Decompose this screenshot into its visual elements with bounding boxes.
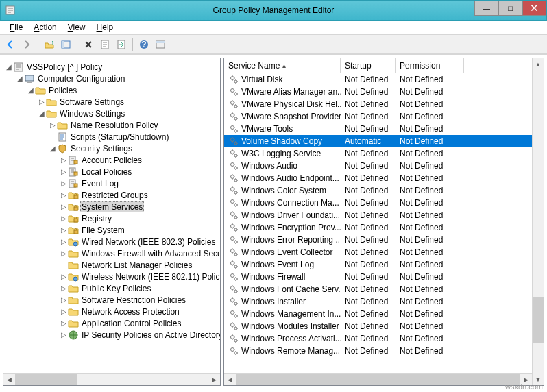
scroll-left-icon[interactable]: ◀	[224, 374, 236, 385]
expand-icon[interactable]: ▷	[60, 203, 68, 210]
list-row[interactable]: Virtual DiskNot DefinedNot Defined	[224, 73, 544, 86]
scroll-thumb[interactable]	[533, 297, 544, 343]
tree-node[interactable]: ▷System Services	[5, 201, 220, 212]
tree-node[interactable]: Network List Manager Policies	[5, 259, 220, 271]
tree-node[interactable]: ▷Local Policies	[5, 166, 220, 177]
tree-node[interactable]: ▷Software Restriction Policies	[5, 294, 220, 306]
tree-node[interactable]: ◢Computer Configuration	[5, 73, 220, 84]
list-row[interactable]: Windows Remote Manag...Not DefinedNot De…	[224, 345, 544, 357]
expand-icon[interactable]: ▷	[60, 168, 68, 175]
column-header[interactable]: Permission	[396, 58, 464, 73]
scroll-thumb[interactable]	[15, 374, 77, 385]
menu-view[interactable]: View	[62, 21, 91, 34]
collapse-icon[interactable]: ◢	[38, 110, 46, 117]
expand-icon[interactable]: ▷	[60, 180, 68, 187]
expand-icon[interactable]: ▷	[60, 273, 68, 280]
scroll-right-icon[interactable]: ▶	[208, 374, 220, 385]
tree-node[interactable]: ▷Windows Firewall with Advanced Security	[5, 247, 220, 259]
tree-node[interactable]: ◢Policies	[5, 84, 220, 96]
list-hscroll[interactable]: ◀ ▶	[224, 373, 532, 385]
expand-icon[interactable]: ▷	[60, 191, 68, 199]
menu-help[interactable]: Help	[91, 21, 119, 34]
forward-button[interactable]	[19, 37, 34, 52]
list-row[interactable]: Windows Management In...Not DefinedNot D…	[224, 308, 544, 320]
menu-action[interactable]: Action	[28, 21, 62, 34]
show-hide-tree-button[interactable]	[58, 37, 73, 52]
tree-node[interactable]: ▷Registry	[5, 212, 220, 224]
expand-icon[interactable]: ▷	[60, 284, 68, 292]
expand-icon[interactable]: ▷	[38, 98, 46, 106]
tree-node[interactable]: ▷Wired Network (IEEE 802.3) Policies	[5, 236, 220, 247]
list-row[interactable]: Windows Process Activati...Not DefinedNo…	[224, 332, 544, 345]
tree-node[interactable]: ◢VSSPolicy [^ ] Policy	[5, 61, 220, 73]
collapse-icon[interactable]: ◢	[27, 86, 35, 94]
scroll-left-icon[interactable]: ◀	[3, 374, 15, 385]
list-row[interactable]: Volume Shadow CopyAutomaticNot Defined	[224, 135, 544, 147]
tree-node[interactable]: ▷Wireless Network (IEEE 802.11) Policies	[5, 271, 220, 282]
list-row[interactable]: Windows Connection Ma...Not DefinedNot D…	[224, 197, 544, 209]
expand-icon[interactable]: ▷	[60, 319, 68, 327]
properties-button[interactable]	[97, 37, 112, 52]
tree-node[interactable]: ▷Public Key Policies	[5, 282, 220, 294]
list-row[interactable]: W3C Logging ServiceNot DefinedNot Define…	[224, 147, 544, 160]
list-row[interactable]: VMware Physical Disk Hel...Not DefinedNo…	[224, 98, 544, 110]
list-row[interactable]: VMware ToolsNot DefinedNot Defined	[224, 123, 544, 135]
security-button[interactable]	[153, 37, 168, 52]
minimize-button[interactable]: —	[474, 1, 498, 16]
list-row[interactable]: Windows Event CollectorNot DefinedNot De…	[224, 246, 544, 258]
column-header[interactable]: Startup	[341, 58, 396, 73]
expand-icon[interactable]: ▷	[49, 121, 57, 129]
expand-icon[interactable]: ▷	[60, 226, 68, 234]
list-row[interactable]: Windows Encryption Prov...Not DefinedNot…	[224, 221, 544, 234]
maximize-button[interactable]: □	[498, 1, 522, 16]
list-row[interactable]: VMware Snapshot ProviderNot DefinedNot D…	[224, 110, 544, 123]
collapse-icon[interactable]: ◢	[16, 75, 24, 82]
tree[interactable]: ◢VSSPolicy [^ ] Policy◢Computer Configur…	[3, 58, 220, 373]
list-row[interactable]: Windows Driver Foundati...Not DefinedNot…	[224, 209, 544, 221]
collapse-icon[interactable]: ◢	[5, 63, 13, 71]
delete-button[interactable]	[81, 37, 96, 52]
expand-icon[interactable]: ▷	[60, 296, 68, 304]
list-row[interactable]: Windows Event LogNot DefinedNot Defined	[224, 258, 544, 271]
tree-node[interactable]: Scripts (Startup/Shutdown)	[5, 131, 220, 143]
list-row[interactable]: Windows Error Reporting ...Not DefinedNo…	[224, 234, 544, 246]
scroll-up-icon[interactable]: ▲	[533, 58, 544, 70]
close-button[interactable]: ✕	[522, 1, 546, 16]
tree-node[interactable]: ▷Restricted Groups	[5, 189, 220, 201]
expand-icon[interactable]: ▷	[60, 308, 68, 315]
list-row[interactable]: Windows Color SystemNot DefinedNot Defin…	[224, 184, 544, 197]
expand-icon[interactable]: ▷	[60, 331, 68, 339]
menu-file[interactable]: File	[4, 21, 28, 34]
tree-node[interactable]: ◢Windows Settings	[5, 108, 220, 119]
tree-node[interactable]: ▷Software Settings	[5, 96, 220, 108]
up-button[interactable]	[42, 37, 57, 52]
back-button[interactable]	[3, 37, 18, 52]
list-row[interactable]: VMware Alias Manager an...Not DefinedNot…	[224, 86, 544, 98]
list-body[interactable]: Virtual DiskNot DefinedNot DefinedVMware…	[224, 73, 544, 385]
tree-node[interactable]: ▷Network Access Protection	[5, 306, 220, 317]
column-header[interactable]: Service Name	[224, 58, 341, 73]
list-row[interactable]: Windows Audio Endpoint...Not DefinedNot …	[224, 172, 544, 184]
list-row[interactable]: Windows AudioNot DefinedNot Defined	[224, 160, 544, 172]
tree-node[interactable]: ▷File System	[5, 224, 220, 236]
list-row[interactable]: Windows Font Cache Serv...Not DefinedNot…	[224, 283, 544, 295]
tree-node[interactable]: ▷Name Resolution Policy	[5, 119, 220, 131]
tree-node[interactable]: ▷Event Log	[5, 177, 220, 189]
list-row[interactable]: Windows Modules InstallerNot DefinedNot …	[224, 320, 544, 332]
scroll-thumb[interactable]	[236, 374, 520, 385]
list-row[interactable]: Windows InstallerNot DefinedNot Defined	[224, 295, 544, 308]
tree-node[interactable]: ▷IP Security Policies on Active Director…	[5, 329, 220, 341]
list-vscroll[interactable]: ▲ ▼	[532, 58, 544, 385]
tree-hscroll[interactable]: ◀ ▶	[3, 373, 220, 385]
tree-node[interactable]: ▷Account Policies	[5, 154, 220, 166]
tree-node[interactable]: ▷Application Control Policies	[5, 317, 220, 329]
tree-node[interactable]: ◢Security Settings	[5, 143, 220, 154]
list-row[interactable]: Windows FirewallNot DefinedNot Defined	[224, 271, 544, 283]
expand-icon[interactable]: ▷	[60, 249, 68, 257]
expand-icon[interactable]: ▷	[60, 238, 68, 245]
collapse-icon[interactable]: ◢	[49, 145, 57, 152]
export-button[interactable]	[114, 37, 129, 52]
expand-icon[interactable]: ▷	[60, 215, 68, 222]
help-button[interactable]: ?	[136, 37, 151, 52]
expand-icon[interactable]: ▷	[60, 156, 68, 164]
